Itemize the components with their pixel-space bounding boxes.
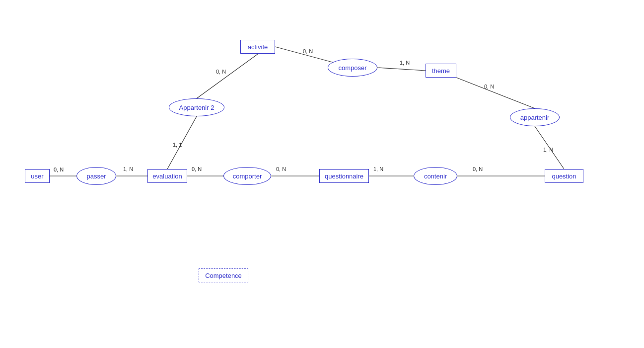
entity-questionnaire[interactable]: questionnaire [319,169,369,183]
entity-composer[interactable]: composer [328,59,377,77]
entity-appartenir2[interactable]: Appartenir 2 [169,98,224,116]
svg-line-3 [167,116,197,169]
svg-text:1, N: 1, N [373,166,383,172]
entity-evaluation[interactable]: evaluation [147,169,187,183]
svg-line-10 [456,78,535,108]
entity-comporter[interactable]: comporter [223,167,271,185]
diagram-canvas: 0, N 1, N 0, N 1, 1 0, N 1, N 0, N 0, N … [0,0,644,348]
entity-appartenir[interactable]: appartenir [510,108,560,126]
svg-line-2 [197,54,258,98]
svg-text:0, N: 0, N [276,166,286,172]
svg-text:0, N: 0, N [192,166,202,172]
svg-text:1, 1: 1, 1 [173,142,182,148]
svg-text:1, N: 1, N [123,166,133,172]
entity-passer[interactable]: passer [76,167,116,185]
svg-text:1, N: 1, N [543,147,553,153]
svg-text:0, N: 0, N [54,167,64,173]
svg-text:0, N: 0, N [473,166,483,172]
entity-user[interactable]: user [25,169,50,183]
entity-theme[interactable]: theme [426,64,456,78]
svg-line-11 [535,126,564,169]
svg-text:0, N: 0, N [303,48,313,54]
svg-text:0, N: 0, N [216,69,226,75]
svg-line-1 [377,68,426,71]
svg-text:1, N: 1, N [400,60,410,66]
entity-competence[interactable]: Competence [199,268,248,282]
entity-question[interactable]: question [545,169,583,183]
svg-text:0, N: 0, N [484,84,494,89]
entity-activite[interactable]: activite [240,40,275,54]
entity-contenir[interactable]: contenir [414,167,457,185]
